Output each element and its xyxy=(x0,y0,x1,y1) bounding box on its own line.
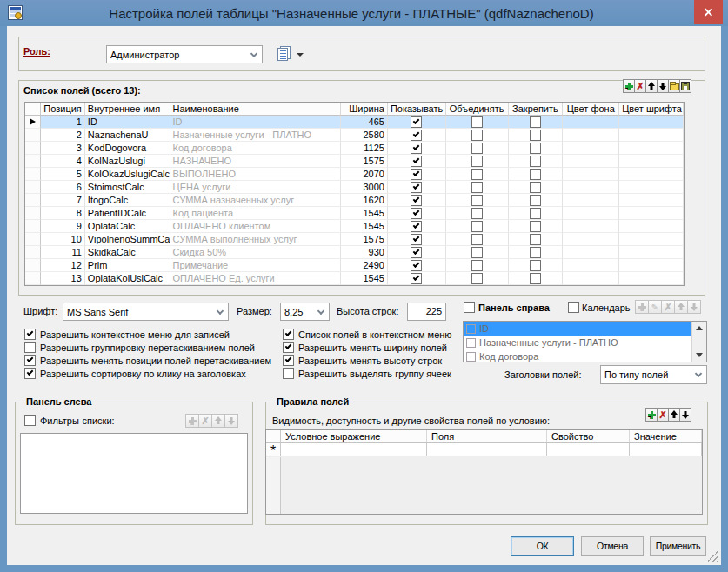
fields-table-cell[interactable] xyxy=(446,259,509,272)
option-checkbox[interactable]: ✔ xyxy=(24,368,36,379)
fields-table-cell[interactable]: StoimostCalc xyxy=(85,181,170,194)
fields-table-cell[interactable] xyxy=(563,272,619,285)
fields-table-cell[interactable] xyxy=(446,116,509,129)
cell-checkbox[interactable] xyxy=(471,156,483,167)
fields-table-cell[interactable]: 9 xyxy=(41,220,85,233)
cell-checkbox[interactable] xyxy=(530,156,541,167)
cell-checkbox-checked[interactable]: ✔ xyxy=(411,273,422,284)
fields-table-cell[interactable]: NaznachenaU xyxy=(85,129,170,142)
scroll-up-icon[interactable] xyxy=(696,326,703,330)
delete-button[interactable]: ✗ xyxy=(198,414,212,428)
cell-checkbox[interactable] xyxy=(471,182,483,193)
rules-table-column-header[interactable]: Условное выражение xyxy=(281,430,427,442)
fields-table-cell[interactable]: 12 xyxy=(41,259,85,272)
fields-table-cell[interactable] xyxy=(619,207,684,220)
fields-table-cell[interactable]: PatientIDCalc xyxy=(85,207,170,220)
fields-table-cell[interactable]: SkidkaCalc xyxy=(85,246,170,259)
fields-table-cell[interactable]: 3000 xyxy=(341,181,388,194)
fields-table-cell[interactable] xyxy=(563,129,619,142)
option-checkbox[interactable]: ✔ xyxy=(283,355,294,366)
fields-table-cell[interactable]: ✔ xyxy=(388,207,446,220)
fields-table-cell[interactable]: Код пациента xyxy=(170,207,341,220)
fields-table-column-header[interactable]: Закрепить xyxy=(509,103,564,116)
fields-table-cell[interactable] xyxy=(446,142,509,155)
fields-table-cell[interactable]: KodDogovora xyxy=(85,142,170,155)
fields-table-row[interactable]: 11SkidkaCalcСкидка 50%930✔ xyxy=(25,246,684,259)
fields-table-cell[interactable]: 1125 xyxy=(341,142,388,155)
fields-table-cell[interactable]: ✔ xyxy=(388,220,446,233)
fields-table-cell[interactable] xyxy=(619,142,684,155)
fields-table-cell[interactable] xyxy=(509,155,564,168)
scroll-down-icon[interactable] xyxy=(696,353,703,357)
fields-table-cell[interactable]: ✔ xyxy=(388,129,446,142)
cell-checkbox[interactable] xyxy=(530,116,541,128)
cell-checkbox[interactable] xyxy=(530,143,541,154)
rules-table-column-header[interactable]: Значение xyxy=(630,430,702,442)
open-folder-button[interactable] xyxy=(668,79,680,93)
cell-checkbox[interactable] xyxy=(471,247,483,258)
fields-table-column-header[interactable]: Ширина xyxy=(341,103,388,116)
filters-checkbox[interactable] xyxy=(24,415,36,426)
fields-table-cell[interactable] xyxy=(563,207,619,220)
option-checkbox[interactable]: ✔ xyxy=(283,342,294,353)
fields-table-cell[interactable] xyxy=(619,220,684,233)
fields-table-cell[interactable] xyxy=(509,116,564,129)
cell-checkbox[interactable] xyxy=(471,169,483,180)
fields-table-cell[interactable] xyxy=(563,220,619,233)
fields-table-cell[interactable]: НАЗНАЧЕНО xyxy=(170,155,341,168)
fields-table-cell[interactable] xyxy=(509,181,564,194)
fields-table-row[interactable]: 10VipolnenoSummCalСУММА выполненных услу… xyxy=(25,233,684,246)
fields-table-cell[interactable]: 465 xyxy=(341,116,388,129)
fields-table-cell[interactable]: ✔ xyxy=(388,194,446,207)
move-up-button[interactable] xyxy=(645,79,658,93)
fields-table-row[interactable]: 4KolNazUslugiНАЗНАЧЕНО1575✔ xyxy=(25,155,684,168)
move-up-button[interactable] xyxy=(668,408,680,422)
cell-checkbox[interactable] xyxy=(530,247,541,258)
cell-checkbox[interactable] xyxy=(530,195,541,206)
fields-table-cell[interactable]: 6 xyxy=(41,181,85,194)
field-list-item[interactable]: Назначенные услуги - ПЛАТНО xyxy=(464,336,706,349)
item-checkbox[interactable] xyxy=(466,352,476,362)
fields-table-cell[interactable]: ID xyxy=(85,116,170,129)
delete-button[interactable]: ✗ xyxy=(657,408,669,422)
fields-table-cell[interactable] xyxy=(509,246,564,259)
fields-table-cell[interactable]: Примечание xyxy=(170,259,341,272)
fields-table-cell[interactable]: 4 xyxy=(41,155,85,168)
right-panel-checkbox[interactable] xyxy=(464,302,475,313)
copy-role-menu-arrow[interactable] xyxy=(297,53,304,57)
rules-table-new-row[interactable]: * xyxy=(266,443,702,456)
move-down-button[interactable] xyxy=(657,79,669,93)
option-checkbox[interactable] xyxy=(24,342,36,353)
fields-table-cell[interactable]: 1575 xyxy=(341,155,388,168)
cell-checkbox-checked[interactable]: ✔ xyxy=(411,247,422,258)
fields-table-cell[interactable]: 1545 xyxy=(341,207,388,220)
fields-table-cell[interactable]: 1 xyxy=(41,116,85,129)
fields-table-row[interactable]: 12PrimПримечание2490✔ xyxy=(25,259,684,272)
filters-listbox[interactable] xyxy=(20,433,248,514)
fields-table-cell[interactable] xyxy=(509,168,564,181)
cell-checkbox[interactable] xyxy=(530,130,541,141)
fields-table-column-header[interactable]: Наименование xyxy=(170,103,341,116)
fields-table-cell[interactable] xyxy=(446,220,509,233)
fields-table-cell[interactable]: ✔ xyxy=(388,142,446,155)
fields-table-cell[interactable]: Prim xyxy=(85,259,170,272)
fields-table-cell[interactable]: Скидка 50% xyxy=(170,246,341,259)
fields-table-cell[interactable]: 8 xyxy=(41,207,85,220)
fields-table-cell[interactable]: 1545 xyxy=(341,220,388,233)
apply-button[interactable]: Применить xyxy=(650,536,706,556)
calendar-checkbox[interactable] xyxy=(568,302,579,313)
cell-checkbox-checked[interactable]: ✔ xyxy=(411,143,422,154)
fields-table-cell[interactable] xyxy=(563,142,619,155)
fields-table-column-header[interactable]: Позиция xyxy=(41,103,85,116)
cell-checkbox-checked[interactable]: ✔ xyxy=(411,208,422,219)
cell-checkbox[interactable] xyxy=(471,273,483,284)
cell-checkbox-checked[interactable]: ✔ xyxy=(411,195,422,206)
field-list-item[interactable]: ID xyxy=(464,322,706,336)
fields-table-cell[interactable]: ✔ xyxy=(388,155,446,168)
fields-table-cell[interactable]: СУММА назначенных услуг xyxy=(170,194,341,207)
cancel-button[interactable]: Отмена xyxy=(581,536,644,556)
cell-checkbox[interactable] xyxy=(471,221,483,232)
fields-table-cell[interactable] xyxy=(446,194,509,207)
cell-checkbox[interactable] xyxy=(471,195,483,206)
cell-checkbox-checked[interactable]: ✔ xyxy=(411,260,422,271)
